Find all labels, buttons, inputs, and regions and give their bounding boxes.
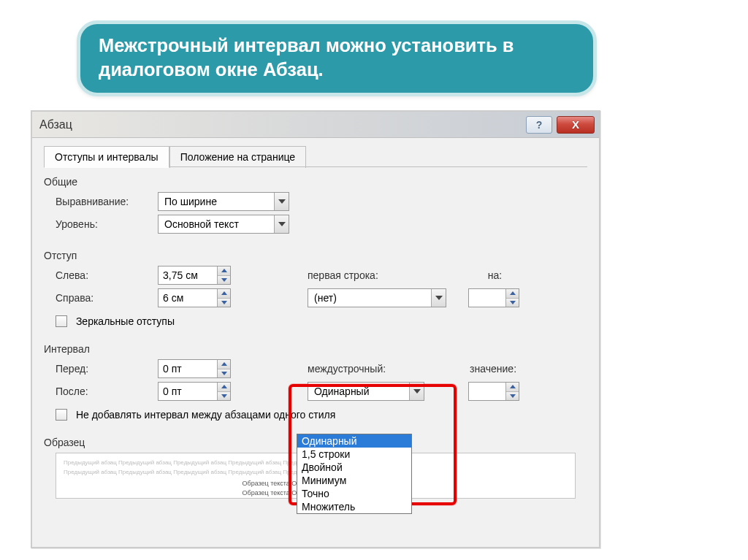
- by-spinner[interactable]: [468, 288, 519, 307]
- spinner-down-button[interactable]: [506, 392, 519, 401]
- help-button[interactable]: ?: [526, 116, 552, 134]
- info-banner: Межстрочный интервал можно установить в …: [77, 20, 597, 96]
- value-label: значение:: [470, 363, 516, 375]
- first-line-value: (нет): [308, 292, 431, 304]
- titlebar-buttons: ? X: [526, 116, 599, 134]
- chevron-down-icon: [221, 372, 227, 375]
- tab-indents[interactable]: Отступы и интервалы: [44, 146, 169, 168]
- line-spacing-option[interactable]: Минимум: [297, 474, 411, 487]
- line-spacing-value: Одинарный: [308, 386, 409, 397]
- before-label: Перед:: [56, 363, 158, 375]
- alignment-dropdown-button[interactable]: [274, 193, 289, 210]
- alignment-combo[interactable]: По ширине: [158, 192, 289, 211]
- line-spacing-combo[interactable]: Одинарный: [308, 382, 424, 401]
- after-spinner-buttons: [217, 383, 230, 400]
- line-spacing-label: междустрочный:: [308, 363, 386, 375]
- spinner-up-button[interactable]: [218, 266, 230, 276]
- spinner-down-button[interactable]: [218, 276, 230, 285]
- row-alignment: Выравнивание: По ширине: [56, 192, 587, 211]
- chevron-down-icon: [278, 222, 286, 226]
- value-spinner[interactable]: [468, 382, 519, 401]
- spinner-up-button[interactable]: [218, 360, 230, 369]
- left-spinner-buttons: [217, 266, 230, 284]
- spinner-down-button[interactable]: [218, 369, 230, 378]
- spinner-up-button[interactable]: [218, 383, 230, 392]
- line-spacing-option[interactable]: Двойной: [297, 461, 411, 474]
- first-line-dropdown-button[interactable]: [431, 289, 446, 307]
- tab-position[interactable]: Положение на странице: [169, 146, 306, 168]
- by-spinner-buttons: [505, 289, 519, 307]
- row-level: Уровень: Основной текст: [56, 215, 587, 234]
- spinner-up-button[interactable]: [218, 289, 230, 299]
- chevron-down-icon: [435, 296, 443, 300]
- section-indent-label: Отступ: [44, 250, 587, 261]
- level-label: Уровень:: [56, 218, 158, 230]
- help-icon: ?: [536, 119, 543, 131]
- left-label: Слева:: [56, 269, 158, 281]
- dialog-body: Отступы и интервалы Положение на страниц…: [32, 138, 599, 547]
- chevron-down-icon: [413, 389, 421, 394]
- section-spacing-label: Интервал: [44, 343, 587, 355]
- right-spinner[interactable]: 6 см: [158, 288, 231, 307]
- row-before: Перед: 0 пт междустрочный: значение:: [56, 359, 587, 378]
- info-banner-text: Межстрочный интервал можно установить в …: [99, 34, 575, 82]
- line-spacing-option[interactable]: Одинарный: [297, 434, 411, 448]
- before-spinner[interactable]: 0 пт: [158, 359, 231, 378]
- before-value: 0 пт: [159, 363, 217, 375]
- paragraph-dialog: Абзац ? X Отступы и интервалы Положение …: [31, 110, 600, 548]
- spinner-down-button[interactable]: [506, 299, 519, 307]
- close-button[interactable]: X: [557, 116, 595, 134]
- chevron-down-icon: [510, 394, 516, 398]
- chevron-up-icon: [221, 362, 227, 366]
- chevron-up-icon: [221, 269, 227, 272]
- right-spinner-buttons: [217, 289, 230, 307]
- chevron-down-icon: [221, 301, 227, 304]
- right-label: Справа:: [56, 292, 158, 304]
- after-label: После:: [56, 386, 158, 397]
- level-dropdown-button[interactable]: [274, 215, 289, 233]
- alignment-value: По ширине: [159, 196, 274, 207]
- left-value: 3,75 см: [159, 269, 217, 281]
- spinner-down-button[interactable]: [218, 392, 230, 401]
- first-line-label: первая строка:: [308, 269, 378, 281]
- no-space-checkbox[interactable]: [56, 409, 67, 421]
- right-value: 6 см: [159, 292, 217, 304]
- chevron-down-icon: [278, 199, 286, 204]
- line-spacing-dropdown-button[interactable]: [409, 383, 424, 400]
- tab-position-label: Положение на странице: [180, 151, 295, 163]
- no-space-label: Не добавлять интервал между абзацами одн…: [76, 409, 335, 421]
- row-mirror: Зеркальные отступы: [56, 313, 587, 327]
- chevron-up-icon: [510, 291, 516, 295]
- row-no-space: Не добавлять интервал между абзацами одн…: [56, 407, 587, 421]
- tab-indents-label: Отступы и интервалы: [55, 151, 159, 163]
- section-general-label: Общие: [44, 176, 587, 188]
- dialog-titlebar: Абзац ? X: [32, 112, 599, 138]
- close-icon: X: [572, 118, 579, 131]
- chevron-up-icon: [221, 385, 227, 388]
- after-spinner[interactable]: 0 пт: [158, 382, 231, 401]
- mirror-checkbox[interactable]: [56, 315, 67, 327]
- after-value: 0 пт: [159, 386, 217, 397]
- row-after: После: 0 пт Одинарный: [56, 382, 587, 401]
- line-spacing-option[interactable]: 1,5 строки: [297, 448, 411, 461]
- before-spinner-buttons: [217, 360, 230, 377]
- slide-canvas: Межстрочный интервал можно установить в …: [0, 0, 748, 560]
- dialog-title: Абзац: [39, 118, 526, 131]
- spinner-down-button[interactable]: [218, 299, 230, 307]
- line-spacing-option[interactable]: Точно: [297, 487, 411, 500]
- alignment-label: Выравнивание:: [56, 196, 158, 207]
- level-value: Основной текст: [159, 218, 274, 230]
- level-combo[interactable]: Основной текст: [158, 215, 289, 234]
- chevron-down-icon: [221, 278, 227, 282]
- spinner-up-button[interactable]: [506, 289, 519, 299]
- line-spacing-option[interactable]: Множитель: [297, 500, 411, 513]
- spinner-up-button[interactable]: [506, 383, 519, 392]
- chevron-up-icon: [510, 385, 516, 388]
- left-spinner[interactable]: 3,75 см: [158, 266, 231, 285]
- chevron-up-icon: [221, 291, 227, 295]
- chevron-down-icon: [221, 394, 227, 398]
- line-spacing-dropdown-list[interactable]: Одинарный 1,5 строки Двойной Минимум Точ…: [297, 434, 412, 514]
- tab-strip: Отступы и интервалы Положение на страниц…: [44, 145, 587, 167]
- first-line-combo[interactable]: (нет): [308, 288, 446, 307]
- chevron-down-icon: [510, 301, 516, 304]
